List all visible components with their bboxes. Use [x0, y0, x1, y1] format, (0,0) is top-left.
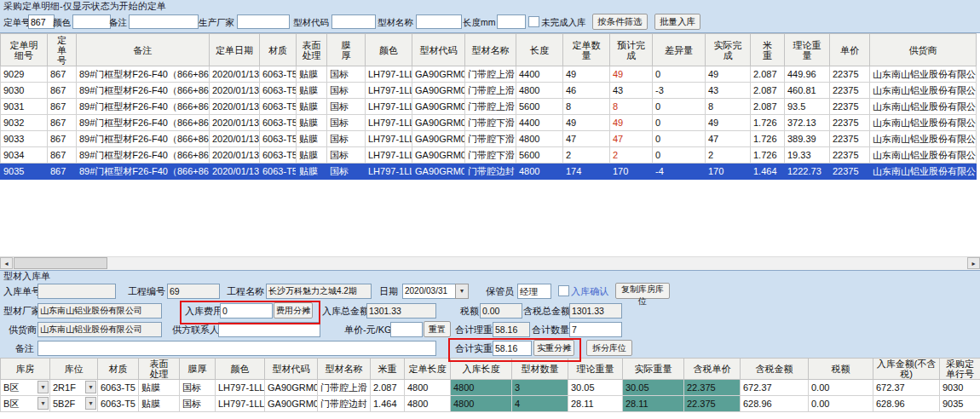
grid-cell[interactable]: 国标	[180, 380, 216, 396]
grid-cell[interactable]: 389.39	[785, 131, 830, 147]
table-row[interactable]: 903186789#门框型材F26-F40（866+867）2020/01/13…	[1, 99, 977, 115]
table-row[interactable]: B区▾2R1F▾6063-T5贴膜国标LH797-1LL0GA90GRM03门带…	[1, 380, 980, 396]
grid-cell[interactable]: B区▾	[1, 380, 50, 396]
column-header[interactable]: 型材数量	[512, 359, 568, 380]
column-header[interactable]: 膜厚	[180, 359, 216, 380]
grid-cell[interactable]: 9033	[1, 131, 48, 147]
grid-cell[interactable]: 6063-T5	[98, 380, 139, 396]
unit-price-field[interactable]	[390, 322, 423, 337]
grid-cell[interactable]: 4	[512, 396, 568, 412]
grid-cell[interactable]: 门带腔下滑	[465, 115, 516, 131]
manufacturer-filter-input[interactable]	[237, 14, 290, 29]
column-header[interactable]: 长度	[516, 34, 563, 66]
grid-cell[interactable]: 9035	[1, 164, 48, 180]
column-header[interactable]: 型材名称	[318, 359, 371, 380]
grid-cell[interactable]: 9032	[1, 115, 48, 131]
grid-cell[interactable]: LH797-1LL0	[216, 396, 265, 412]
grid-cell[interactable]: 22375	[830, 131, 870, 147]
grid-cell[interactable]: LH797-1LL0	[366, 115, 412, 131]
grid-cell[interactable]: 9029	[1, 66, 48, 83]
column-header[interactable]: 膜厚	[327, 34, 366, 66]
grid-cell[interactable]: 0	[653, 147, 706, 164]
grid-cell[interactable]: 867	[48, 147, 77, 164]
location-dropdown-icon[interactable]: ▾	[85, 397, 96, 410]
profile-code-filter-input[interactable]	[331, 14, 376, 29]
grid-cell[interactable]: 0	[653, 66, 706, 83]
column-header[interactable]: 实际重量	[623, 359, 684, 380]
grid-cell[interactable]: LH797-1LL0	[366, 164, 412, 180]
grid-cell[interactable]: -4	[653, 164, 706, 180]
scroll-left-icon[interactable]: ◂	[0, 257, 13, 269]
grid-cell[interactable]: 4800	[451, 396, 512, 412]
grid-cell[interactable]: 22.375	[684, 380, 741, 396]
grid-cell[interactable]: -3	[653, 83, 706, 99]
grid-cell[interactable]: 0.00	[809, 396, 873, 412]
grid-cell[interactable]: 2R1F▾	[50, 380, 98, 396]
filter-by-condition-button[interactable]: 按条件筛选	[592, 14, 648, 30]
grid-cell[interactable]: 门带腔上滑	[465, 83, 516, 99]
table-row[interactable]: 903386789#门框型材F26-F40（866+867）2020/01/13…	[1, 131, 977, 147]
grid-cell[interactable]: 4800	[405, 396, 451, 412]
grid-cell[interactable]: 国标	[327, 83, 366, 99]
column-header[interactable]: 定单号	[48, 34, 77, 66]
split-location-button[interactable]: 拆分库位	[586, 340, 632, 356]
grid-cell[interactable]: LH797-1LL0	[366, 131, 412, 147]
column-header[interactable]: 差异量	[653, 34, 706, 66]
grid-cell[interactable]: 28.11	[623, 396, 684, 412]
calendar-dropdown-icon[interactable]: ▾	[455, 284, 469, 299]
grid-cell[interactable]: 9035	[940, 396, 980, 412]
grid-cell[interactable]: 山东南山铝业股份有限公司	[870, 66, 977, 83]
grid-cell[interactable]: 0.00	[809, 380, 873, 396]
grid-cell[interactable]: GA90GRM05	[412, 164, 465, 180]
grid-cell[interactable]: 30.05	[623, 380, 684, 396]
order-no-filter-input[interactable]	[28, 14, 55, 29]
scrollbar-thumb[interactable]	[14, 257, 107, 269]
grid-cell[interactable]: 49	[610, 66, 653, 83]
batch-inbound-button[interactable]: 批量入库	[654, 14, 700, 30]
grid-cell[interactable]: 47	[610, 131, 653, 147]
grid-cell[interactable]: 国标	[327, 147, 366, 164]
grid-cell[interactable]: 9030	[940, 380, 980, 396]
grid-cell[interactable]: 8	[706, 99, 751, 115]
grid-cell[interactable]: 山东南山铝业股份有限公司	[870, 99, 977, 115]
grid-cell[interactable]: 1.726	[751, 147, 785, 164]
horizontal-scrollbar[interactable]: ◂ ▸	[0, 256, 980, 270]
grid-cell[interactable]: 372.13	[785, 115, 830, 131]
grid-cell[interactable]: 6063-T5	[98, 396, 139, 412]
grid-cell[interactable]: 0	[653, 131, 706, 147]
grid-cell[interactable]: 5600	[516, 99, 563, 115]
grid-cell[interactable]: 4800	[516, 83, 563, 99]
grid-cell[interactable]: 2020/01/13	[210, 99, 260, 115]
grid-cell[interactable]: 449.96	[785, 66, 830, 83]
inbound-confirm-checkbox[interactable]	[558, 285, 569, 296]
grid-cell[interactable]: 5B2F▾	[50, 396, 98, 412]
notes-field[interactable]	[37, 341, 436, 356]
scroll-right-icon[interactable]: ▸	[967, 257, 980, 269]
grid-cell[interactable]: 2.087	[751, 99, 785, 115]
grid-cell[interactable]: 28.11	[568, 396, 623, 412]
grid-cell[interactable]: 0	[653, 99, 706, 115]
total-qty-field[interactable]: 7	[569, 322, 622, 337]
grid-cell[interactable]: 国标	[327, 115, 366, 131]
grid-cell[interactable]: 贴膜	[297, 131, 327, 147]
location-dropdown-icon[interactable]: ▾	[85, 381, 96, 393]
grid-cell[interactable]: 8	[563, 99, 610, 115]
column-header[interactable]: 含税金额	[741, 359, 809, 380]
column-header[interactable]: 库位	[50, 359, 98, 380]
column-header[interactable]: 定单日期	[210, 34, 260, 66]
grid-cell[interactable]: 1.464	[371, 396, 405, 412]
grid-cell[interactable]: 6063-T5	[260, 66, 297, 83]
grid-cell[interactable]: 贴膜	[139, 380, 180, 396]
grid-cell[interactable]: GA90GRM03	[412, 66, 465, 83]
grid-cell[interactable]: 3	[512, 380, 568, 396]
grid-cell[interactable]: 6063-T5	[260, 131, 297, 147]
grid-cell[interactable]: 867	[48, 99, 77, 115]
grid-cell[interactable]: 2	[563, 147, 610, 164]
table-row[interactable]: 903286789#门框型材F26-F40（866+867）2020/01/13…	[1, 115, 977, 131]
grid-cell[interactable]: 22375	[830, 164, 870, 180]
grid-cell[interactable]: 4800	[516, 131, 563, 147]
grid-cell[interactable]: GA90GRM04	[412, 115, 465, 131]
grid-cell[interactable]: 8	[610, 99, 653, 115]
grid-cell[interactable]: 867	[48, 66, 77, 83]
grid-cell[interactable]: 867	[48, 164, 77, 180]
